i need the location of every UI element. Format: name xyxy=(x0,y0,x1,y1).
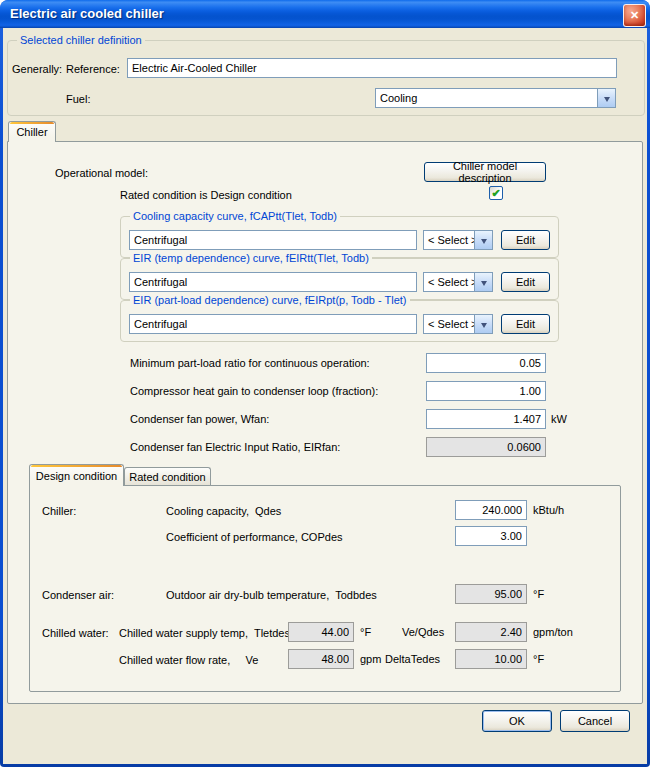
reference-label: Reference: xyxy=(66,63,120,76)
fan-power-input[interactable] xyxy=(426,409,546,429)
ok-button[interactable]: OK xyxy=(482,710,552,732)
ve-qdes-label: Ve/Qdes xyxy=(402,626,444,639)
generally-label: Generally: xyxy=(12,63,62,76)
kbtu-unit-label: kBtu/h xyxy=(533,504,564,517)
supply-temp-unit-label: °F xyxy=(360,626,371,639)
chevron-down-icon xyxy=(474,231,492,249)
cooling-capacity-label: Cooling capacity, Qdes xyxy=(166,505,281,518)
flow-rate-unit-label: gpm xyxy=(360,653,381,666)
eir-partload-curve-edit-button[interactable]: Edit xyxy=(501,314,550,334)
kw-unit-label: kW xyxy=(551,413,567,426)
delta-readonly-field xyxy=(455,649,527,669)
min-plr-input[interactable] xyxy=(426,353,546,373)
ve-qdes-readonly-field xyxy=(455,622,527,642)
tab-chiller[interactable]: Chiller xyxy=(8,121,56,142)
ve-qdes-unit-label: gpm/ton xyxy=(533,626,573,639)
select-value: < Select > xyxy=(424,276,474,288)
select-value: < Select > xyxy=(424,234,474,246)
odb-readonly-field xyxy=(455,584,527,604)
chevron-down-icon xyxy=(597,89,615,107)
checkmark-icon: ✔ xyxy=(491,188,500,199)
tab-design-condition-label: Design condition xyxy=(36,470,117,482)
delta-label: DeltaTedes xyxy=(385,653,440,666)
cooling-capacity-curve-input[interactable] xyxy=(129,230,417,250)
dialog-window: Electric air cooled chiller ✕ Selected c… xyxy=(0,0,650,767)
eir-temp-curve-group-label: EIR (temp dependence) curve, fEIRtt(Tlet… xyxy=(130,252,372,265)
select-value: < Select > xyxy=(424,318,474,330)
close-icon: ✕ xyxy=(630,9,639,22)
rated-condition-label: Rated condition is Design condition xyxy=(120,189,292,202)
eir-temp-curve-select[interactable]: < Select > xyxy=(423,272,493,292)
fuel-label: Fuel: xyxy=(66,93,90,106)
operational-model-label: Operational model: xyxy=(55,167,148,180)
fuel-select[interactable]: Cooling xyxy=(375,88,616,108)
eir-partload-curve-group: EIR (part-load dependence) curve, fEIRpt… xyxy=(120,300,559,342)
eir-temp-curve-input[interactable] xyxy=(129,272,417,292)
window-title: Electric air cooled chiller xyxy=(10,6,164,21)
odb-unit-label: °F xyxy=(533,588,544,601)
delta-unit-label: °F xyxy=(533,653,544,666)
chevron-down-icon xyxy=(474,273,492,291)
fan-power-label: Condenser fan power, Wfan: xyxy=(130,413,269,426)
fan-eir-label: Condenser fan Electric Input Ratio, EIRf… xyxy=(130,441,340,454)
flow-rate-label: Chilled water flow rate, Ve xyxy=(119,654,258,667)
supply-temp-readonly-field xyxy=(288,622,354,642)
compressor-gain-label: Compressor heat gain to condenser loop (… xyxy=(130,385,378,398)
supply-temp-label: Chilled water supply temp, Tletdes xyxy=(119,627,290,640)
reference-input[interactable] xyxy=(127,58,617,78)
title-bar: Electric air cooled chiller ✕ xyxy=(0,0,650,28)
cooling-capacity-curve-group-label: Cooling capacity curve, fCAPtt(Tlet, Tod… xyxy=(130,210,340,223)
cancel-button[interactable]: Cancel xyxy=(560,710,630,732)
tab-chiller-label: Chiller xyxy=(16,126,47,138)
cop-input[interactable] xyxy=(455,526,527,546)
flow-rate-readonly-field xyxy=(288,649,354,669)
compressor-gain-input[interactable] xyxy=(426,381,546,401)
fan-eir-readonly-field xyxy=(426,437,546,457)
cooling-capacity-curve-edit-button[interactable]: Edit xyxy=(501,230,550,250)
definition-group-label: Selected chiller definition xyxy=(17,34,145,47)
chilled-water-section-label: Chilled water: xyxy=(42,627,109,640)
eir-partload-curve-input[interactable] xyxy=(129,314,417,334)
condenser-air-section-label: Condenser air: xyxy=(42,589,114,602)
chiller-section-label: Chiller: xyxy=(42,505,76,518)
chevron-down-icon xyxy=(474,315,492,333)
eir-temp-curve-edit-button[interactable]: Edit xyxy=(501,272,550,292)
eir-partload-curve-select[interactable]: < Select > xyxy=(423,314,493,334)
cooling-capacity-input[interactable] xyxy=(455,500,527,520)
rated-condition-checkbox[interactable]: ✔ xyxy=(489,186,503,200)
cop-label: Coefficient of performance, COPdes xyxy=(166,531,343,544)
fuel-selected-value: Cooling xyxy=(376,92,597,104)
tab-rated-condition[interactable]: Rated condition xyxy=(124,467,211,485)
close-button[interactable]: ✕ xyxy=(623,4,646,27)
tab-design-condition[interactable]: Design condition xyxy=(29,464,124,486)
tab-rated-condition-label: Rated condition xyxy=(129,471,205,483)
eir-partload-curve-group-label: EIR (part-load dependence) curve, fEIRpt… xyxy=(130,294,410,307)
min-plr-label: Minimum part-load ratio for continuous o… xyxy=(130,357,370,370)
chiller-model-description-button[interactable]: Chiller model description xyxy=(424,162,546,182)
odb-label: Outdoor air dry-bulb temperature, Todbde… xyxy=(166,589,377,602)
cooling-capacity-curve-select[interactable]: < Select > xyxy=(423,230,493,250)
